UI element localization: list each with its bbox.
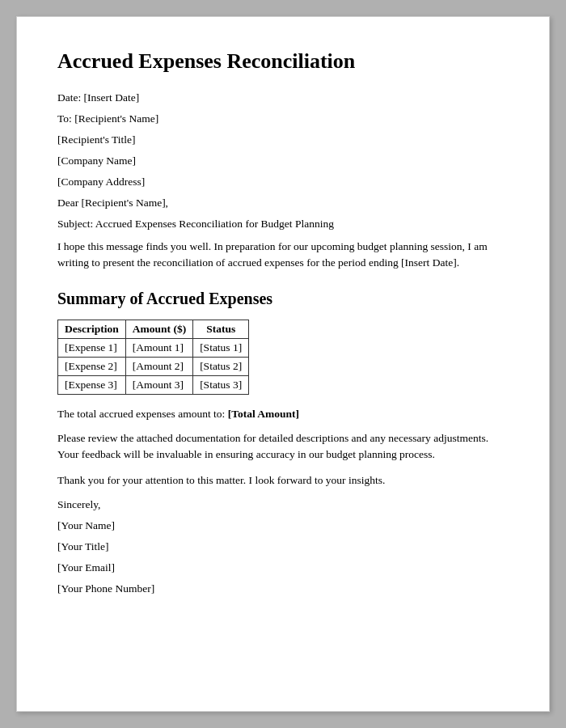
table-cell-r0-c1: [Amount 1] (125, 338, 192, 357)
table-cell-r1-c1: [Amount 2] (125, 357, 192, 375)
closing-section: Sincerely, [Your Name] [Your Title] [You… (57, 498, 509, 595)
table-cell-r0-c2: [Status 1] (193, 338, 249, 357)
company-name: [Company Name] (57, 154, 509, 167)
table-cell-r1-c0: [Expense 2] (58, 357, 126, 375)
to-line: To: [Recipient's Name] (57, 112, 509, 125)
date-line: Date: [Insert Date] (57, 91, 509, 104)
dear-line: Dear [Recipient's Name], (57, 197, 509, 210)
table-cell-r2-c1: [Amount 3] (125, 375, 192, 394)
table-cell-r2-c2: [Status 3] (193, 375, 249, 394)
table-cell-r2-c0: [Expense 3] (58, 375, 126, 394)
col-header-status: Status (193, 320, 249, 338)
thank-you-text: Thank you for your attention to this mat… (57, 472, 509, 489)
total-line: The total accrued expenses amount to: [T… (57, 408, 509, 421)
intro-text: I hope this message finds you well. In p… (57, 239, 509, 272)
total-amount: [Total Amount] (228, 408, 299, 420)
review-text: Please review the attached documentation… (57, 430, 509, 463)
sincerely: Sincerely, (57, 498, 509, 511)
table-row: [Expense 2][Amount 2][Status 2] (58, 357, 249, 375)
your-title: [Your Title] (57, 540, 509, 553)
col-header-amount: Amount ($) (125, 320, 192, 338)
recipient-title: [Recipient's Title] (57, 133, 509, 146)
total-prefix: The total accrued expenses amount to: (57, 408, 228, 420)
subject-line: Subject: Accrued Expenses Reconciliation… (57, 218, 509, 231)
document-page: Accrued Expenses Reconciliation Date: [I… (16, 16, 550, 712)
table-header-row: Description Amount ($) Status (58, 320, 249, 338)
expense-table: Description Amount ($) Status [Expense 1… (57, 320, 249, 395)
company-address: [Company Address] (57, 176, 509, 188)
table-row: [Expense 1][Amount 1][Status 1] (58, 338, 249, 357)
table-row: [Expense 3][Amount 3][Status 3] (58, 375, 249, 394)
table-cell-r1-c2: [Status 2] (193, 357, 249, 375)
section-heading: Summary of Accrued Expenses (57, 290, 509, 308)
table-cell-r0-c0: [Expense 1] (58, 338, 126, 357)
document-title: Accrued Expenses Reconciliation (57, 49, 509, 74)
your-phone: [Your Phone Number] (57, 582, 509, 595)
your-email: [Your Email] (57, 561, 509, 574)
your-name: [Your Name] (57, 519, 509, 532)
col-header-description: Description (58, 320, 126, 338)
